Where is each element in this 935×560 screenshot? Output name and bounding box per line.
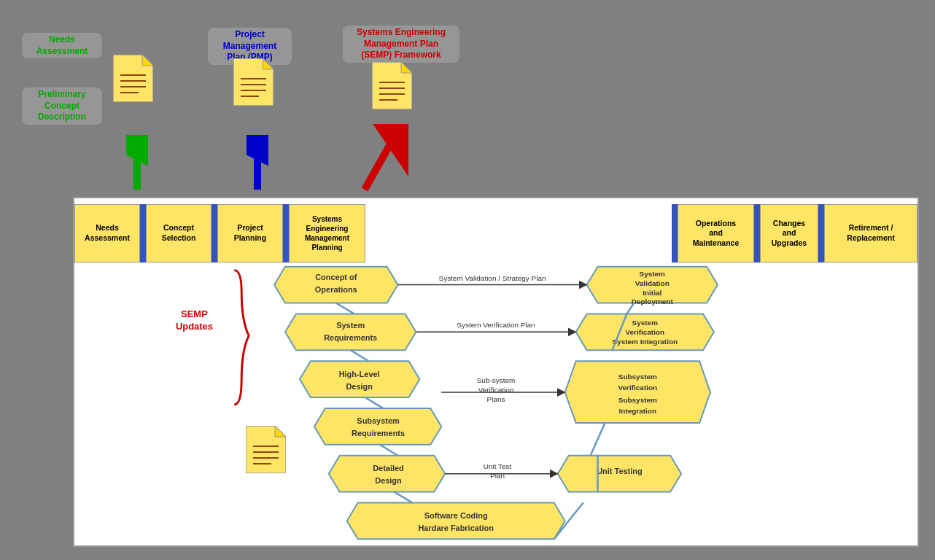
svg-text:Deployment: Deployment — [632, 298, 674, 306]
svg-text:Unit Test: Unit Test — [484, 462, 512, 470]
svg-text:Verification: Verification — [625, 328, 664, 336]
doc-icon-3 — [372, 62, 412, 112]
svg-line-77 — [394, 492, 412, 503]
svg-marker-17 — [401, 62, 412, 73]
svg-text:Unit Testing: Unit Testing — [597, 467, 642, 475]
svg-text:Design: Design — [346, 382, 373, 391]
svg-text:Requirements: Requirements — [324, 333, 377, 342]
semp-framework-label: Systems EngineeringManagement Plan(SEMP)… — [343, 26, 459, 63]
svg-text:High-Level: High-Level — [339, 370, 380, 378]
svg-text:Plan: Plan — [490, 472, 505, 480]
divider-4 — [672, 204, 678, 262]
svg-text:Operations: Operations — [315, 285, 357, 294]
svg-text:Verification: Verification — [478, 386, 514, 394]
green-arrow — [126, 135, 148, 196]
svg-text:Initial: Initial — [643, 289, 662, 297]
svg-line-82 — [626, 303, 634, 314]
svg-text:System: System — [336, 321, 365, 330]
blue-arrow — [247, 135, 268, 196]
svg-text:Design: Design — [375, 476, 402, 485]
semp-doc-icon — [246, 426, 286, 476]
svg-text:Subsystem: Subsystem — [618, 396, 657, 404]
svg-text:Detailed: Detailed — [373, 464, 404, 472]
phase-retirement: Retirement /Replacement — [824, 204, 917, 262]
divider-2 — [212, 204, 217, 262]
doc-icon-1 — [113, 55, 153, 105]
svg-line-73 — [336, 303, 354, 314]
svg-text:Plans: Plans — [487, 395, 505, 403]
svg-marker-27 — [285, 314, 416, 350]
svg-marker-36 — [329, 456, 445, 492]
main-container: NeedsAssessment PreliminaryConceptDescri… — [0, 0, 935, 560]
svg-line-75 — [365, 397, 384, 408]
svg-marker-9 — [263, 58, 273, 69]
phase-planning: ProjectPlanning — [217, 204, 283, 262]
svg-line-23 — [365, 131, 397, 190]
divider-1 — [140, 204, 146, 262]
red-arrow — [357, 124, 408, 200]
svg-text:System Verification Plan: System Verification Plan — [457, 321, 535, 329]
phase-operations: OperationsandMaintenance — [678, 204, 754, 262]
phase-concept: ConceptSelection — [146, 204, 212, 262]
v-diagram-svg: Concept of Operations System Requirement… — [74, 262, 917, 543]
divider-6 — [818, 204, 824, 262]
main-diagram: NeedsAssessment ConceptSelection Project… — [73, 197, 919, 547]
needs-assessment-label: NeedsAssessment — [22, 33, 102, 58]
svg-text:Hardare Fabrication: Hardare Fabrication — [418, 524, 494, 532]
svg-text:System: System — [632, 319, 659, 327]
phase-needs: NeedsAssessment — [74, 204, 140, 262]
svg-text:System: System — [640, 270, 666, 278]
svg-line-74 — [351, 350, 369, 361]
svg-text:SEMP: SEMP — [181, 308, 208, 319]
svg-text:System Integration: System Integration — [612, 338, 678, 346]
divider-3 — [283, 204, 289, 262]
svg-text:Verification: Verification — [618, 384, 657, 392]
phase-semp-planning: SystemsEngineeringManagementPlanning — [289, 204, 365, 262]
svg-text:Validation: Validation — [635, 279, 670, 287]
svg-text:System Validation / Strategy P: System Validation / Strategy Plan — [439, 274, 546, 282]
top-area: NeedsAssessment PreliminaryConceptDescri… — [0, 0, 935, 197]
v-spacer — [365, 204, 672, 262]
svg-text:Sub-system: Sub-system — [477, 376, 516, 384]
preliminary-concept-label: PreliminaryConceptDescription — [22, 88, 102, 125]
svg-text:Subsystem: Subsystem — [618, 373, 657, 381]
svg-marker-39 — [347, 503, 565, 540]
svg-text:Software Coding: Software Coding — [424, 511, 488, 520]
svg-line-80 — [591, 423, 605, 456]
svg-text:Integration: Integration — [619, 407, 656, 415]
phase-row: NeedsAssessment ConceptSelection Project… — [74, 204, 917, 262]
divider-5 — [754, 204, 760, 262]
svg-text:Concept of: Concept of — [315, 273, 357, 281]
phase-changes: ChangesandUpgrades — [760, 204, 818, 262]
svg-text:Subsystem: Subsystem — [357, 416, 400, 425]
svg-marker-30 — [300, 361, 419, 397]
doc-icon-2 — [233, 58, 273, 109]
svg-line-76 — [380, 445, 398, 456]
svg-marker-86 — [275, 426, 286, 437]
svg-text:Requirements: Requirements — [352, 429, 405, 438]
svg-marker-1 — [142, 55, 153, 66]
svg-text:Updates: Updates — [176, 321, 213, 332]
svg-marker-33 — [314, 408, 441, 445]
